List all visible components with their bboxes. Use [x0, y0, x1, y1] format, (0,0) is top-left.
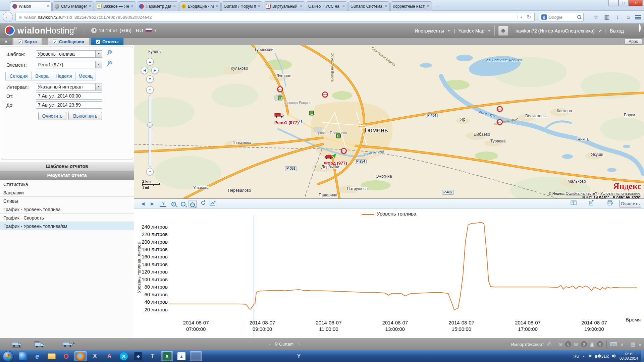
browser-tab-6[interactable]: !Виртуальный мене...✕ [264, 1, 305, 11]
stop-marker-2[interactable]: STOP [497, 106, 503, 112]
to-input[interactable]: 7 Август 2014 23:59 [36, 101, 102, 109]
stop-marker-1[interactable]: STOP [322, 92, 328, 98]
tab-close-icon[interactable]: ✕ [384, 4, 387, 8]
template-wrench-icon[interactable] [106, 50, 113, 57]
show-units-icon[interactable] [11, 340, 23, 349]
stop-marker-3[interactable]: STOP [497, 119, 503, 125]
taskbar-internet-explorer[interactable]: e [31, 351, 43, 361]
start-button[interactable] [3, 351, 14, 362]
search-input[interactable]: g Google [539, 13, 584, 21]
zoom-in-button[interactable]: + [146, 86, 154, 94]
period-today-button[interactable]: Сегодня [5, 72, 32, 80]
taskbar-config-tools[interactable]: X [89, 351, 101, 361]
map-source-menu[interactable]: Yandex Map [458, 28, 484, 34]
template-select-arrow[interactable]: ▼ [96, 50, 102, 58]
period-week-button[interactable]: Неделя [52, 72, 75, 80]
menu-icon[interactable] [635, 15, 641, 19]
volume-icon[interactable] [612, 354, 616, 359]
tab-close-icon[interactable]: ✕ [173, 4, 176, 8]
fuel-level-chart[interactable] [134, 199, 644, 338]
from-input[interactable]: 7 Август 2014 00:00 [36, 92, 102, 100]
unit-marker-truck[interactable]: Рено1 (977)1 [274, 112, 302, 125]
back-button[interactable]: ← [3, 12, 13, 22]
bookmark-star-icon[interactable]: ☆ [592, 14, 600, 21]
checkbox-reports[interactable]: ✓ [96, 40, 100, 44]
map-error-link[interactable]: Ошибка на карте? [566, 191, 597, 195]
report-item-1[interactable]: Заправки [0, 189, 134, 197]
import-export-icon[interactable]: ⎙ [547, 341, 551, 347]
zoom-slider-track[interactable] [149, 96, 151, 167]
expand-left-icon[interactable]: › [268, 341, 270, 347]
pan-down-button[interactable]: ▼ [146, 75, 154, 83]
stop-marker-4[interactable]: STOP [341, 148, 347, 154]
checkbox-messages[interactable]: ✓ [53, 40, 57, 44]
browser-tab-3[interactable]: Параметр датчика ...✕ [137, 1, 178, 11]
tab-close-icon[interactable]: ✕ [215, 4, 218, 8]
geofence-marker-0[interactable] [278, 96, 282, 100]
taskbar-firefox-browser[interactable] [74, 351, 87, 361]
report-item-5[interactable]: График - Уровень топлива/км [0, 222, 134, 230]
browser-tab-1[interactable]: CMS Manager✕ [52, 1, 94, 11]
collapse-sidebar-button[interactable]: « [0, 38, 12, 45]
unit-select-arrow[interactable]: ▼ [96, 61, 102, 68]
report-item-4[interactable]: График - Скорость [0, 214, 134, 222]
tray-network-icon[interactable]: ▮�316; [595, 354, 609, 359]
browser-tab-8[interactable]: Gurtam: Система м...✕ [348, 1, 390, 11]
taskbar-excel[interactable]: X [161, 351, 173, 361]
tab-close-icon[interactable]: ✕ [46, 4, 49, 8]
taskbar-photo-viewer[interactable]: ▲ [175, 351, 187, 361]
url-bar[interactable]: ⊕ wialon.navikon72.ru/?sid=8b25e79b27c01… [15, 13, 535, 21]
external-link-icon[interactable]: ↗ [598, 28, 602, 34]
tools-menu[interactable]: Инструменты [415, 28, 444, 34]
unit-select[interactable]: Рено1 (977) [36, 61, 96, 68]
taskbar-windows-explorer[interactable] [46, 351, 58, 361]
result-section-header[interactable]: Результат отчета [0, 171, 134, 180]
pan-up-button[interactable]: ▲ [146, 58, 154, 65]
truck-icon[interactable] [274, 112, 302, 120]
restore-button[interactable]: □ [619, 0, 629, 6]
minimize-button[interactable]: – [608, 0, 619, 6]
tab-close-icon[interactable]: ✕ [131, 4, 134, 8]
tray-expand-icon[interactable]: ▲ [582, 355, 585, 358]
browser-tab-4[interactable]: @Входящие - naviko...✕ [179, 1, 221, 11]
apps-button[interactable]: Apps [625, 39, 642, 45]
tab-close-icon[interactable]: ✕ [89, 4, 92, 8]
pan-right-button[interactable]: ▶ [151, 67, 159, 74]
tray-flag-icon[interactable]: ⚑ [588, 354, 592, 359]
map-terms-link[interactable]: Условия использования [600, 191, 641, 195]
logout-link[interactable]: Выход [610, 28, 624, 34]
language-switcher[interactable]: RU ▼ [136, 27, 157, 33]
tab-close-icon[interactable]: ✕ [258, 4, 261, 8]
clipboard-icon[interactable]: ▥ [603, 14, 610, 21]
notifications-counter-icon[interactable]: ✉ [558, 341, 563, 347]
yandex-logo[interactable]: Яндекс [548, 181, 641, 191]
report-item-2[interactable]: Сливы [0, 197, 134, 205]
tab-close-icon[interactable]: ✕ [300, 4, 303, 8]
url-dropdown-icon[interactable]: ▾ [517, 15, 525, 19]
interval-select[interactable]: Указанный интервал [36, 83, 96, 90]
stop-marker-0[interactable]: STOP [277, 86, 283, 92]
keyboard-layout[interactable]: RU [574, 354, 579, 359]
taskbar-opera-browser[interactable]: O [60, 351, 72, 361]
tab-close-icon[interactable]: ✕ [427, 4, 430, 8]
new-tab-button[interactable]: + [433, 3, 441, 9]
period-month-button[interactable]: Месяц [75, 72, 96, 80]
user-settings-icon[interactable]: ☻ [498, 26, 508, 36]
zoom-out-button[interactable]: − [146, 168, 154, 175]
template-select[interactable]: Уровень топлива [36, 50, 96, 58]
collapse-log-icon[interactable]: ∧ [639, 342, 641, 347]
log-book-icon[interactable]: ▤ [631, 341, 635, 347]
interval-select-arrow[interactable]: ▼ [96, 83, 102, 90]
download-icon[interactable]: ↓ [614, 14, 621, 20]
taskbar-skype[interactable]: S [118, 351, 130, 361]
import-export-label[interactable]: Импорт/Экспорт [511, 342, 544, 347]
unit-marker-car[interactable]: Форд (977) [324, 155, 347, 166]
templates-section-header[interactable]: Шаблоны отчетов [0, 162, 134, 171]
collapse-keyboard-icon[interactable]: ∧ [621, 342, 624, 347]
browser-tab-9[interactable]: Корректные настр...✕ [390, 1, 432, 11]
taskbar-media-app[interactable]: ◆ [132, 351, 144, 361]
media-counter-icon[interactable]: ▣ [590, 341, 594, 347]
show-unit-names-icon[interactable]: NAME [34, 340, 47, 350]
expand-right-icon[interactable]: › [298, 341, 300, 347]
tab-close-icon[interactable]: ✕ [342, 4, 345, 8]
